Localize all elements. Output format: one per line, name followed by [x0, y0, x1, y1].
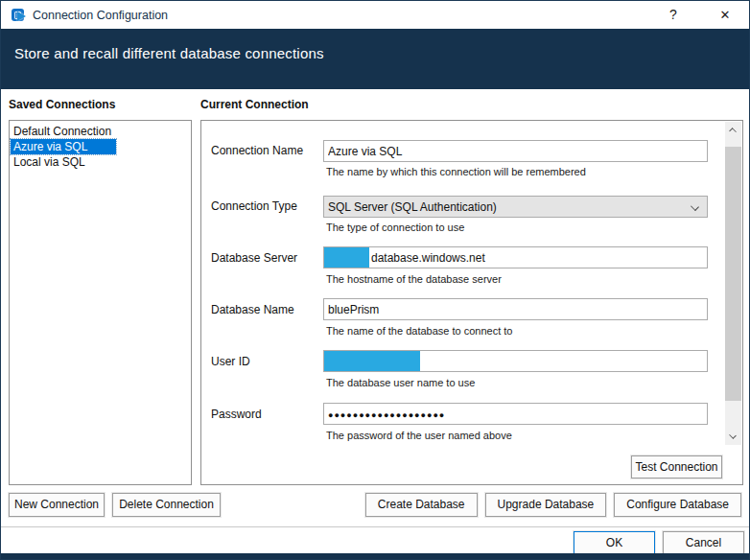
database-name-input[interactable]	[323, 298, 708, 320]
configure-database-button[interactable]: Configure Database	[614, 493, 741, 517]
vertical-scrollbar[interactable]	[725, 122, 741, 445]
chevron-up-icon	[729, 128, 737, 135]
app-icon	[12, 8, 27, 23]
ok-button[interactable]: OK	[574, 531, 655, 554]
current-connection-label: Current Connection	[200, 98, 309, 111]
connection-type-label: Connection Type	[211, 199, 297, 213]
list-item-azure-via-sql-selected[interactable]: Azure via SQL	[10, 139, 191, 154]
saved-connections-label: Saved Connections	[9, 98, 115, 111]
dialog-subtitle: Store and recall different database conn…	[14, 45, 324, 61]
upgrade-database-button[interactable]: Upgrade Database	[485, 493, 607, 517]
database-actions-group: Create Database Upgrade Database Configu…	[365, 493, 741, 517]
list-item-local-via-sql[interactable]: Local via SQL	[10, 154, 191, 170]
database-server-input[interactable]: database.windows.net	[323, 246, 708, 268]
help-button[interactable]: ?	[657, 1, 690, 29]
chevron-down-icon	[729, 432, 737, 439]
app-icon-arrow	[17, 12, 26, 21]
cancel-button[interactable]: Cancel	[663, 531, 744, 554]
create-database-button[interactable]: Create Database	[365, 493, 478, 517]
password-label: Password	[211, 408, 262, 421]
scroll-down-button[interactable]	[725, 429, 741, 445]
connection-name-label: Connection Name	[211, 144, 303, 157]
redaction-block	[324, 351, 420, 371]
scrollbar-thumb[interactable]	[725, 147, 741, 401]
list-item-default-connection[interactable]: Default Connection	[10, 124, 191, 139]
test-connection-button[interactable]: Test Connection	[631, 455, 722, 478]
title-bar: Connection Configuration ? ✕	[1, 1, 749, 29]
footer-divider	[1, 526, 749, 527]
connection-type-hint: The type of connection to use	[326, 222, 464, 233]
saved-connections-list[interactable]: Default Connection Azure via SQL Local v…	[9, 120, 192, 485]
close-button[interactable]: ✕	[709, 1, 741, 29]
database-server-label: Database Server	[211, 251, 297, 265]
database-name-label: Database Name	[211, 303, 294, 316]
user-id-input[interactable]	[323, 350, 708, 372]
database-name-hint: The name of the database to connect to	[326, 325, 512, 337]
password-input[interactable]	[323, 403, 708, 425]
user-id-hint: The database user name to use	[326, 377, 475, 388]
user-id-label: User ID	[211, 355, 250, 368]
connection-configuration-dialog: Connection Configuration ? ✕ Store and r…	[0, 0, 750, 560]
bottom-accent-strip	[1, 553, 749, 559]
chevron-down-icon	[691, 202, 699, 211]
database-server-hint: The hostname of the database server	[326, 273, 502, 285]
connection-type-dropdown[interactable]: SQL Server (SQL Authentication)	[323, 196, 708, 218]
current-connection-panel: Connection Name The name by which this c…	[200, 120, 743, 485]
password-hint: The password of the user named above	[326, 430, 512, 441]
window-title: Connection Configuration	[33, 9, 168, 22]
delete-connection-button[interactable]: Delete Connection	[112, 493, 221, 517]
new-connection-button[interactable]: New Connection	[9, 493, 105, 517]
redaction-block	[324, 247, 369, 268]
scroll-up-button[interactable]	[725, 122, 741, 138]
connection-name-input[interactable]	[323, 140, 708, 162]
header-band: Store and recall different database conn…	[1, 29, 749, 89]
connection-name-hint: The name by which this connection will b…	[326, 166, 586, 177]
